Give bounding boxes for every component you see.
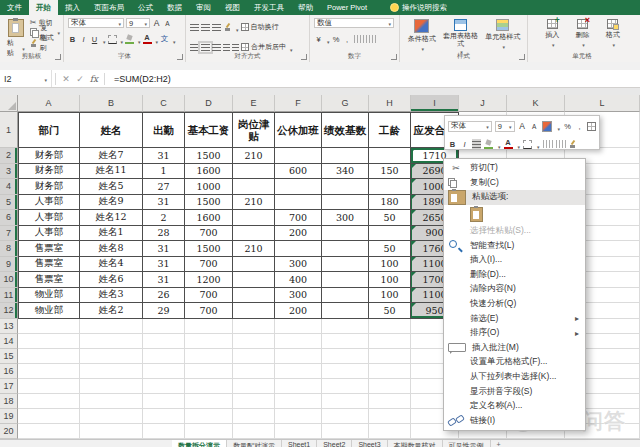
comma-style-button[interactable]: , bbox=[343, 34, 352, 44]
cell-A11[interactable]: 物业部 bbox=[18, 288, 80, 304]
row-header-19[interactable]: 19 bbox=[0, 409, 18, 424]
cell-F8[interactable] bbox=[275, 241, 322, 257]
cell-F10[interactable]: 400 bbox=[275, 272, 322, 288]
cell-H7[interactable] bbox=[369, 226, 411, 242]
cell-H17[interactable] bbox=[369, 379, 411, 394]
align-center-icon[interactable] bbox=[201, 44, 210, 51]
context-menu-item-link[interactable]: 链接(I) bbox=[444, 414, 585, 429]
select-all-corner[interactable] bbox=[0, 95, 18, 112]
row-header-2[interactable]: 2 bbox=[0, 148, 18, 164]
cell-G17[interactable] bbox=[322, 379, 369, 394]
cell-G11[interactable] bbox=[322, 288, 369, 304]
cell-A5[interactable]: 人事部 bbox=[18, 195, 80, 211]
ribbon-tab-formulas[interactable]: 公式 bbox=[131, 0, 160, 15]
cell-D19[interactable] bbox=[185, 409, 233, 424]
mini-comma-button[interactable]: , bbox=[575, 121, 584, 131]
decrease-decimal-button[interactable] bbox=[366, 34, 376, 44]
ribbon-tab-power-pivot[interactable]: Power Pivot bbox=[320, 0, 374, 15]
cell-B20[interactable] bbox=[80, 424, 143, 439]
cell-C8[interactable]: 31 bbox=[143, 241, 185, 257]
ribbon-tab-review[interactable]: 审阅 bbox=[189, 0, 218, 15]
row-header-7[interactable]: 7 bbox=[0, 226, 18, 242]
context-menu-item-sort[interactable]: 排序(O) bbox=[444, 326, 585, 341]
row-header-15[interactable]: 15 bbox=[0, 349, 18, 364]
conditional-formatting-button[interactable]: 条件格式 bbox=[405, 18, 439, 53]
cell-D14[interactable] bbox=[185, 334, 233, 349]
insert-cells-button[interactable]: 插入 bbox=[542, 18, 562, 49]
cell-F18[interactable] bbox=[275, 394, 322, 409]
cell-C14[interactable] bbox=[143, 334, 185, 349]
format-as-table-button[interactable]: 套用表格格式 bbox=[440, 18, 482, 56]
cell-D12[interactable]: 700 bbox=[185, 303, 233, 319]
sheet-tab-5[interactable]: Sheet3 bbox=[352, 440, 387, 447]
cell-B12[interactable]: 姓名2 bbox=[80, 303, 143, 319]
cell-G9[interactable] bbox=[322, 257, 369, 273]
cell-C1[interactable]: 出勤 bbox=[143, 112, 185, 148]
cell-H12[interactable]: 50 bbox=[369, 303, 411, 319]
row-header-18[interactable]: 18 bbox=[0, 394, 18, 409]
cell-A7[interactable]: 人事部 bbox=[18, 226, 80, 242]
cell-G18[interactable] bbox=[322, 394, 369, 409]
context-menu-item-copy[interactable]: 复制(C) bbox=[444, 176, 585, 191]
accounting-format-button[interactable]: ¥ bbox=[314, 34, 323, 44]
ribbon-tab-page-layout[interactable]: 页面布局 bbox=[87, 0, 131, 15]
cell-C18[interactable] bbox=[143, 394, 185, 409]
cell-D13[interactable] bbox=[185, 319, 233, 334]
context-menu-item-format-cells[interactable]: 设置单元格格式(F)... bbox=[444, 355, 585, 370]
cell-F17[interactable] bbox=[275, 379, 322, 394]
paste-option-icon[interactable] bbox=[470, 207, 483, 222]
merge-center-button[interactable]: 合并后居中 bbox=[241, 42, 286, 52]
cell-F2[interactable] bbox=[275, 148, 322, 164]
cell-C19[interactable] bbox=[143, 409, 185, 424]
mini-conditional-format-button[interactable] bbox=[542, 121, 553, 131]
cell-D4[interactable]: 1000 bbox=[185, 179, 233, 195]
cell-G2[interactable] bbox=[322, 148, 369, 164]
cell-C20[interactable] bbox=[143, 424, 185, 439]
cell-B16[interactable] bbox=[80, 364, 143, 379]
cell-C3[interactable]: 1 bbox=[143, 164, 185, 180]
cell-D15[interactable] bbox=[185, 349, 233, 364]
cell-H1[interactable]: 工龄 bbox=[369, 112, 411, 148]
column-header-L[interactable]: L bbox=[565, 95, 640, 112]
cell-H20[interactable] bbox=[369, 424, 411, 439]
cell-E14[interactable] bbox=[233, 334, 275, 349]
sheet-tab-6[interactable]: 本期数量核对 bbox=[388, 440, 443, 447]
cell-A1[interactable]: 部门 bbox=[18, 112, 80, 148]
format-cells-button[interactable]: 格式 bbox=[603, 18, 623, 49]
cell-A3[interactable]: 财务部 bbox=[18, 164, 80, 180]
row-header-14[interactable]: 14 bbox=[0, 334, 18, 349]
cell-A2[interactable]: 财务部 bbox=[18, 148, 80, 164]
sheet-tab-3[interactable]: Sheet1 bbox=[282, 440, 317, 447]
sheet-tab-7[interactable]: 可见性示例 bbox=[443, 440, 491, 447]
cell-H15[interactable] bbox=[369, 349, 411, 364]
cell-B6[interactable]: 姓名12 bbox=[80, 210, 143, 226]
ribbon-tab-data[interactable]: 数据 bbox=[160, 0, 189, 15]
cell-A20[interactable] bbox=[18, 424, 80, 439]
cell-E7[interactable] bbox=[233, 226, 275, 242]
cell-C2[interactable]: 31 bbox=[143, 148, 185, 164]
cell-E2[interactable]: 210 bbox=[233, 148, 275, 164]
cell-D5[interactable]: 1500 bbox=[185, 195, 233, 211]
cell-F20[interactable] bbox=[275, 424, 322, 439]
formula-input[interactable]: =SUM(D2:H2) bbox=[114, 74, 640, 84]
cell-D7[interactable]: 700 bbox=[185, 226, 233, 242]
context-menu-item-define-name[interactable]: 定义名称(A)... bbox=[444, 399, 585, 414]
cell-C12[interactable]: 29 bbox=[143, 303, 185, 319]
cell-D10[interactable]: 1200 bbox=[185, 272, 233, 288]
row-header-17[interactable]: 17 bbox=[0, 379, 18, 394]
cell-H4[interactable] bbox=[369, 179, 411, 195]
context-menu-item-smart-lookup[interactable]: 智能查找(L) bbox=[444, 238, 585, 253]
cell-E3[interactable] bbox=[233, 164, 275, 180]
column-header-B[interactable]: B bbox=[80, 95, 143, 112]
cell-F3[interactable]: 600 bbox=[275, 164, 322, 180]
sheet-tab-4[interactable]: Sheet2 bbox=[317, 440, 352, 447]
cell-D11[interactable]: 700 bbox=[185, 288, 233, 304]
cell-C9[interactable]: 31 bbox=[143, 257, 185, 273]
context-menu-item-insert[interactable]: 插入(I)... bbox=[444, 253, 585, 268]
cell-D18[interactable] bbox=[185, 394, 233, 409]
column-header-J[interactable]: J bbox=[459, 95, 507, 112]
cell-D8[interactable]: 1500 bbox=[185, 241, 233, 257]
cell-F9[interactable]: 300 bbox=[275, 257, 322, 273]
borders-button[interactable] bbox=[108, 34, 117, 44]
cancel-icon[interactable]: ✕ bbox=[59, 74, 73, 84]
